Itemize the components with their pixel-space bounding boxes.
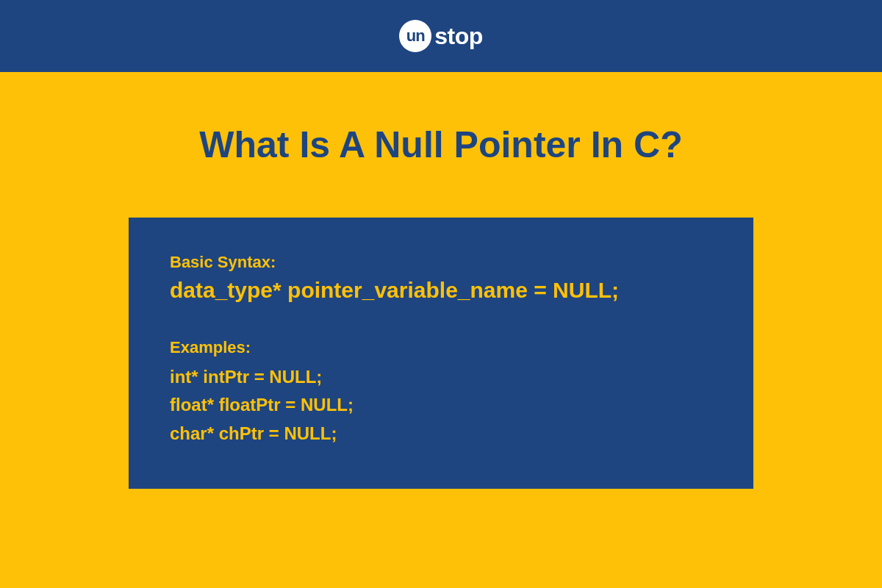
syntax-code: data_type* pointer_variable_name = NULL; [170,278,712,303]
syntax-label: Basic Syntax: [170,253,712,272]
logo-brand-text: stop [434,23,483,50]
logo-circle-icon: un [399,20,431,52]
example-line: int* intPtr = NULL; [170,363,712,391]
code-box: Basic Syntax: data_type* pointer_variabl… [129,218,753,489]
page-title: What Is A Null Pointer In C? [199,123,682,166]
brand-logo: un stop [399,20,483,52]
logo-circle-text: un [406,26,425,46]
main-content: What Is A Null Pointer In C? Basic Synta… [0,72,882,588]
examples-label: Examples: [170,338,712,357]
example-line: float* floatPtr = NULL; [170,391,712,419]
example-line: char* chPtr = NULL; [170,420,712,448]
header-bar: un stop [0,0,882,72]
